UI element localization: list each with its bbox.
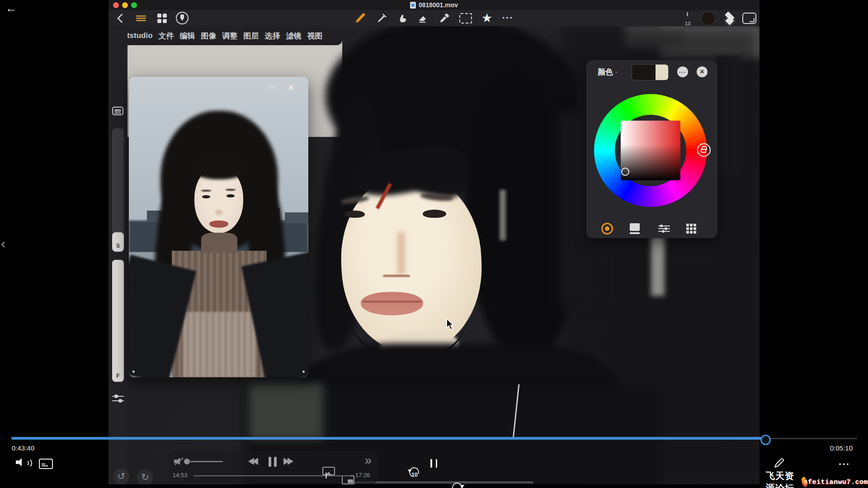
expand-icon xyxy=(742,13,756,24)
brush-size-tick xyxy=(687,12,688,16)
close-traffic-light[interactable] xyxy=(113,2,119,8)
size-slider[interactable]: S xyxy=(112,128,124,252)
menu-filter[interactable]: 滤镜 xyxy=(286,31,302,41)
titlebar-content: 0818001.mov xyxy=(108,0,760,10)
player-more-button[interactable]: ··· xyxy=(839,460,850,469)
current-time: 0:43:40 xyxy=(12,444,34,452)
layers-panel-icon[interactable] xyxy=(112,107,123,115)
smudge-finger-icon xyxy=(397,12,409,24)
smudge-tool-button[interactable] xyxy=(395,10,410,26)
color-swatch-pair[interactable] xyxy=(632,64,669,80)
minimize-traffic-light[interactable] xyxy=(122,2,128,8)
side-panel-chevron[interactable]: ‹ xyxy=(1,236,5,251)
eyedropper-tool-button[interactable] xyxy=(437,10,452,26)
primary-color-swatch[interactable] xyxy=(632,65,656,80)
watermark-site-name: 飞天资源论坛 xyxy=(766,470,801,488)
window-title: 0818001.mov xyxy=(419,1,458,9)
mouse-cursor xyxy=(445,319,456,332)
watermark-site-url: feitianwu7.com xyxy=(808,479,868,486)
color-panel-title: 颜色 · xyxy=(598,67,618,77)
watermark: 飞天资源论坛 feitianwu7.com xyxy=(766,470,868,488)
close-icon: × xyxy=(700,68,704,76)
speaker-icon xyxy=(16,457,27,467)
menu-adjust[interactable]: 调整 xyxy=(222,31,238,41)
wheel-mode-button[interactable] xyxy=(598,221,616,236)
rewind-button[interactable] xyxy=(248,458,258,465)
reference-more-button[interactable]: ··· xyxy=(267,82,278,93)
muted-speaker-icon[interactable] xyxy=(174,457,184,466)
pause-icon xyxy=(269,457,271,467)
volume-slider-thumb[interactable] xyxy=(184,459,190,465)
redo-button[interactable]: ↻ xyxy=(137,469,153,484)
more-icon: ··· xyxy=(269,84,277,91)
saturation-value-handle[interactable] xyxy=(621,168,629,176)
flow-slider-thumb[interactable]: F xyxy=(112,260,124,382)
reference-close-button[interactable]: × xyxy=(286,82,296,93)
paint-tool-button[interactable] xyxy=(353,10,368,26)
wet-paint-tool-button[interactable] xyxy=(374,10,389,26)
subtitle-button[interactable] xyxy=(39,459,53,469)
palette-mode-button[interactable] xyxy=(682,221,700,236)
favorites-button[interactable]: ★ xyxy=(478,10,495,26)
skip-forward-30-button[interactable]: 30 xyxy=(450,481,465,488)
layers-button[interactable] xyxy=(722,10,737,26)
hamburger-icon xyxy=(136,14,146,22)
player-back-button[interactable]: ← xyxy=(5,2,17,15)
brush-settings-button[interactable] xyxy=(112,392,124,405)
menu-image[interactable]: 图像 xyxy=(201,31,217,41)
artstudio-menubar: Artstudio 文件 编辑 图像 调整 图层 选择 滤镜 视图 xyxy=(108,26,342,45)
skip-back-10-button[interactable]: 10 xyxy=(407,466,422,481)
picture-in-picture-icon[interactable] xyxy=(342,475,354,484)
menu-edit[interactable]: 编辑 xyxy=(180,31,195,41)
color-panel-close-button[interactable]: × xyxy=(697,66,708,77)
flame-logo-icon xyxy=(800,476,808,488)
volume-button[interactable] xyxy=(16,457,27,467)
menu-button[interactable] xyxy=(135,10,147,26)
marquee-selection-icon xyxy=(459,13,472,23)
gallery-button[interactable] xyxy=(156,10,168,26)
volume-slider-track[interactable] xyxy=(190,461,223,462)
color-panel-more-button[interactable]: ··· xyxy=(677,66,688,77)
resize-handle[interactable] xyxy=(132,371,135,373)
size-slider-label: S xyxy=(116,243,120,249)
title-dot: · xyxy=(615,68,618,76)
menu-file[interactable]: 文件 xyxy=(159,31,174,41)
slider-icon xyxy=(112,400,124,401)
menu-view[interactable]: 视图 xyxy=(307,31,323,41)
eraser-tool-button[interactable] xyxy=(415,10,431,26)
mini-pause-button[interactable] xyxy=(267,457,278,469)
chevron-left-icon xyxy=(117,13,126,23)
saturation-value-square[interactable] xyxy=(621,121,680,180)
more-chevrons-icon[interactable]: » xyxy=(365,454,372,468)
flow-slider[interactable]: F xyxy=(112,260,124,382)
airplay-icon[interactable] xyxy=(322,467,335,475)
zoom-traffic-light[interactable] xyxy=(131,2,137,8)
toolbar-more-button[interactable]: ··· xyxy=(500,10,515,26)
notes-button[interactable] xyxy=(773,457,785,471)
fullscreen-canvas-button[interactable] xyxy=(741,10,757,26)
select-tool-button[interactable] xyxy=(458,10,473,26)
sliders-icon xyxy=(658,224,670,234)
mini-playhead[interactable] xyxy=(326,473,327,479)
menu-select[interactable]: 选择 xyxy=(265,31,280,41)
hue-handle-lock[interactable] xyxy=(697,143,711,157)
paintbrush-icon xyxy=(354,12,367,24)
reference-image-window[interactable]: ··· × xyxy=(129,77,308,377)
wet-brush-icon xyxy=(376,12,388,24)
paint-eye xyxy=(345,211,365,218)
seek-bar-handle[interactable] xyxy=(760,435,771,445)
current-color-well[interactable] xyxy=(701,11,716,26)
menu-layer[interactable]: 图层 xyxy=(244,31,259,41)
back-chevron-button[interactable] xyxy=(116,10,127,26)
stylus-settings-button[interactable] xyxy=(175,10,189,26)
secondary-color-swatch[interactable] xyxy=(656,65,668,80)
fast-forward-button[interactable] xyxy=(283,458,293,465)
resize-handle[interactable] xyxy=(302,371,305,373)
box-mode-button[interactable] xyxy=(626,221,644,236)
undo-icon: ↺ xyxy=(117,471,125,482)
size-slider-thumb[interactable]: S xyxy=(112,232,124,252)
player-pause-button[interactable] xyxy=(429,459,439,469)
sliders-mode-button[interactable] xyxy=(655,221,673,236)
skip-back-label: 10 xyxy=(407,472,422,478)
undo-button[interactable]: ↺ xyxy=(113,468,129,484)
